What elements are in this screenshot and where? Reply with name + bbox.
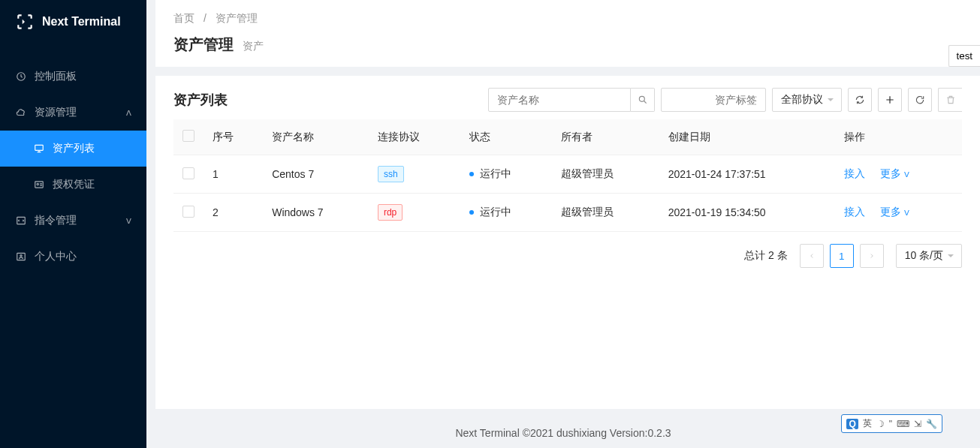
page-subtitle: 资产 — [243, 40, 264, 52]
svg-point-3 — [37, 183, 38, 185]
cell-name: Windows 7 — [263, 194, 369, 232]
table-row: 2 Windows 7 rdp 运行中 超级管理员 2021-01-19 15:… — [173, 194, 962, 232]
test-button[interactable]: test — [948, 45, 980, 67]
sidebar-label: 指令管理 — [35, 214, 126, 227]
breadcrumb-sep: / — [204, 12, 207, 24]
reload-button[interactable] — [908, 88, 932, 112]
more-link[interactable]: 更多ᐯ — [880, 206, 909, 218]
cell-status: 运行中 — [460, 155, 552, 194]
ime-logo-icon: Q — [846, 419, 858, 429]
cell-owner: 超级管理员 — [552, 155, 659, 194]
status-dot-icon — [469, 210, 474, 215]
pagination: 总计 2 条 1 10 条/页 — [173, 232, 962, 271]
col-created: 创建日期 — [659, 119, 835, 155]
more-link[interactable]: 更多ᐯ — [880, 167, 909, 179]
cell-status: 运行中 — [460, 194, 552, 232]
logo-icon — [15, 12, 35, 32]
page-1-button[interactable]: 1 — [830, 244, 854, 268]
svg-point-6 — [20, 255, 22, 257]
trash-icon — [945, 95, 956, 105]
svg-rect-1 — [35, 145, 44, 150]
protocol-select[interactable]: 全部协议 — [772, 88, 842, 112]
comma-icon[interactable]: " — [889, 419, 892, 429]
col-index: 序号 — [204, 119, 263, 155]
sidebar-item-assets[interactable]: 资产列表 — [0, 131, 146, 167]
add-button[interactable] — [878, 88, 902, 112]
prev-page-button[interactable] — [800, 244, 824, 268]
sidebar: Next Terminal 控制面板 资源管理 ᐱ — [0, 0, 146, 448]
ime-toolbar[interactable]: Q 英 ☽ " ⌨ ⇲ 🔧 — [841, 414, 942, 433]
search-icon — [638, 95, 648, 105]
chevron-down-icon: ᐯ — [904, 209, 909, 217]
col-owner: 所有者 — [552, 119, 659, 155]
protocol-tag: ssh — [378, 166, 404, 182]
select-all-checkbox[interactable] — [182, 130, 194, 142]
sidebar-item-profile[interactable]: 个人中心 — [0, 239, 146, 275]
page-header: 首页 / 资产管理 资产管理 资产 — [155, 0, 980, 67]
chevron-right-icon — [868, 252, 876, 260]
sidebar-item-commands[interactable]: 指令管理 ᐯ — [0, 203, 146, 239]
chevron-down-icon: ᐯ — [126, 217, 131, 225]
col-status: 状态 — [460, 119, 552, 155]
app-name: Next Terminal — [42, 15, 121, 29]
col-actions: 操作 — [835, 119, 962, 155]
sidebar-label: 授权凭证 — [53, 178, 131, 191]
delete-button[interactable] — [938, 88, 962, 112]
sync-icon — [855, 95, 865, 105]
idcard-icon — [33, 179, 45, 191]
pagination-total: 总计 2 条 — [744, 249, 788, 263]
sidebar-item-resources[interactable]: 资源管理 ᐱ — [0, 95, 146, 131]
next-page-button[interactable] — [860, 244, 884, 268]
breadcrumb-current: 资产管理 — [216, 12, 258, 24]
page-size-select[interactable]: 10 条/页 — [896, 244, 962, 268]
col-name: 资产名称 — [263, 119, 369, 155]
moon-icon[interactable]: ☽ — [876, 419, 885, 429]
protocol-tag: rdp — [378, 204, 403, 221]
sidebar-label: 个人中心 — [35, 250, 131, 263]
access-link[interactable]: 接入 — [844, 167, 865, 179]
sidebar-label: 控制面板 — [35, 70, 131, 83]
access-link[interactable]: 接入 — [844, 206, 865, 218]
cell-created: 2021-01-24 17:37:51 — [659, 155, 835, 194]
protocol-select-value: 全部协议 — [781, 93, 823, 107]
app-logo[interactable]: Next Terminal — [0, 0, 146, 44]
chevron-down-icon: ᐯ — [904, 170, 909, 179]
sidebar-item-credentials[interactable]: 授权凭证 — [0, 167, 146, 203]
wrench-icon[interactable]: 🔧 — [926, 419, 937, 429]
sidebar-menu: 控制面板 资源管理 ᐱ 资产列表 — [0, 44, 146, 275]
search-tags-input[interactable] — [661, 88, 766, 112]
submenu-resources: 资产列表 授权凭证 — [0, 131, 146, 203]
sidebar-item-dashboard[interactable]: 控制面板 — [0, 59, 146, 95]
table-row: 1 Centos 7 ssh 运行中 超级管理员 2021-01-24 17:3… — [173, 155, 962, 194]
col-protocol: 连接协议 — [369, 119, 460, 155]
row-checkbox[interactable] — [182, 167, 194, 179]
dashboard-icon — [15, 71, 27, 83]
list-title: 资产列表 — [173, 91, 228, 109]
cell-created: 2021-01-19 15:34:50 — [659, 194, 835, 232]
user-icon — [15, 251, 27, 263]
keyboard-icon[interactable]: ⌨ — [897, 419, 909, 429]
plus-icon — [885, 95, 895, 105]
chevron-left-icon — [808, 252, 816, 260]
search-button[interactable] — [631, 88, 655, 112]
search-name-input[interactable] — [488, 88, 631, 112]
page-size-value: 10 条/页 — [905, 249, 943, 263]
status-dot-icon — [469, 172, 474, 176]
reload-icon — [915, 95, 925, 105]
page-title: 资产管理 — [173, 35, 234, 55]
breadcrumb-home[interactable]: 首页 — [173, 12, 194, 24]
asset-table: 序号 资产名称 连接协议 状态 所有者 创建日期 操作 1 Centos 7 s… — [173, 119, 962, 232]
chevron-up-icon: ᐱ — [126, 109, 131, 117]
refresh-button[interactable] — [848, 88, 872, 112]
svg-rect-2 — [35, 182, 44, 188]
sidebar-label: 资产列表 — [53, 142, 131, 155]
ime-lang[interactable]: 英 — [863, 417, 872, 430]
code-icon — [15, 215, 27, 227]
row-checkbox[interactable] — [182, 206, 194, 218]
svg-point-7 — [639, 96, 644, 101]
cell-name: Centos 7 — [263, 155, 369, 194]
breadcrumb: 首页 / 资产管理 — [173, 12, 962, 26]
toolbar: 资产列表 全部协议 — [173, 88, 962, 112]
cell-index: 2 — [204, 194, 263, 232]
pin-icon[interactable]: ⇲ — [914, 419, 921, 429]
